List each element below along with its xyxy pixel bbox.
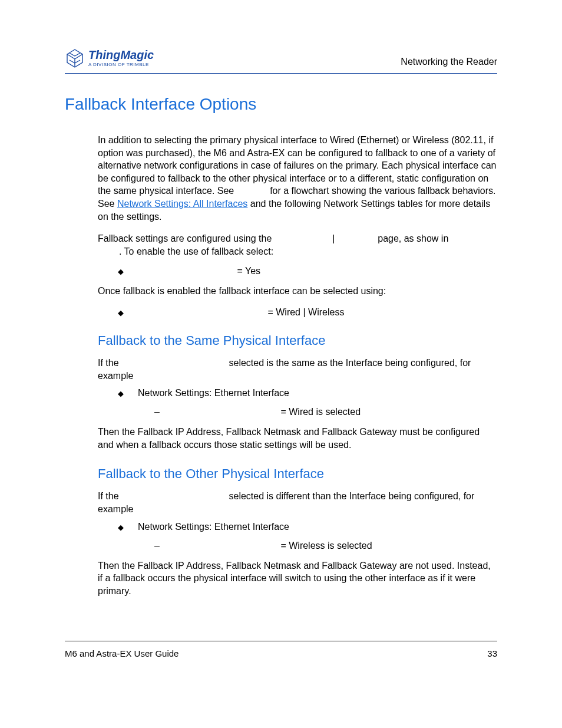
dash-icon: – (154, 407, 174, 417)
logo: ThingMagic A DIVISION OF TRIMBLE (65, 46, 154, 70)
link-network-settings-all-interfaces[interactable]: Network Settings: All Interfaces (117, 199, 247, 209)
logo-subtext: A DIVISION OF TRIMBLE (88, 62, 154, 67)
bullet-1-text: = Yes (234, 266, 260, 276)
intro-2a: Fallback settings are configured using t… (98, 233, 275, 243)
bullet-2-text: = Wired | Wireless (265, 307, 344, 317)
other-p2: Then the Fallback IP Address, Fallback N… (98, 559, 497, 598)
header-section-title: Networking the Reader (401, 57, 497, 70)
sub-bullet-other-text: = Wireless is selected (278, 541, 372, 551)
intro-2d: . To enable the use of fallback select: (119, 246, 273, 256)
intro-paragraph-1: In addition to selecting the primary phy… (98, 134, 497, 223)
bullet-icon: ◆ (118, 523, 138, 532)
footer-page-number: 33 (487, 648, 497, 658)
sub-bullet-same: – = Wired is selected (154, 407, 497, 417)
bullet-icon: ◆ (118, 389, 138, 398)
after-bullet-1: Once fallback is enabled the fallback in… (98, 285, 497, 298)
same-p1: If the selected is the same as the Inter… (98, 357, 497, 382)
same-p1a: If the (98, 358, 121, 368)
logo-brand-text: ThingMagic (88, 48, 154, 62)
bullet-other-text: Network Settings: Ethernet Interface (138, 522, 289, 532)
same-p1b: selected is the same as the Interface be… (98, 358, 471, 381)
intro-paragraph-2: Fallback settings are configured using t… (98, 232, 497, 258)
bullet-same-netset: ◆ Network Settings: Ethernet Interface (118, 388, 497, 398)
footer-doc-title: M6 and Astra-EX User Guide (65, 648, 178, 658)
page-header: ThingMagic A DIVISION OF TRIMBLE Network… (65, 46, 497, 74)
other-p1: If the selected is different than the In… (98, 490, 497, 515)
heading-other-interface: Fallback to the Other Physical Interface (98, 466, 497, 482)
other-p1b: selected is different than the Interface… (98, 491, 474, 514)
dash-icon: – (154, 541, 174, 551)
intro-2c: page, as show in (375, 233, 449, 243)
same-p2: Then the Fallback IP Address, Fallback N… (98, 426, 497, 451)
heading-same-interface: Fallback to the Same Physical Interface (98, 333, 497, 348)
bullet-icon: ◆ (118, 308, 138, 317)
bullet-use-fallback: ◆ = Yes (118, 266, 497, 276)
sub-bullet-other: – = Wireless is selected (154, 541, 497, 551)
bullet-icon: ◆ (118, 267, 138, 276)
bullet-fallback-interface: ◆ = Wired | Wireless (118, 307, 497, 318)
page-title: Fallback Interface Options (65, 95, 497, 114)
bullet-other-netset: ◆ Network Settings: Ethernet Interface (118, 522, 497, 532)
logo-icon (65, 46, 85, 70)
bullet-same-text: Network Settings: Ethernet Interface (138, 388, 289, 398)
sub-bullet-same-text: = Wired is selected (278, 407, 361, 417)
intro-2b: | (330, 233, 338, 243)
page-footer: M6 and Astra-EX User Guide 33 (65, 641, 497, 658)
other-p1a: If the (98, 491, 121, 501)
